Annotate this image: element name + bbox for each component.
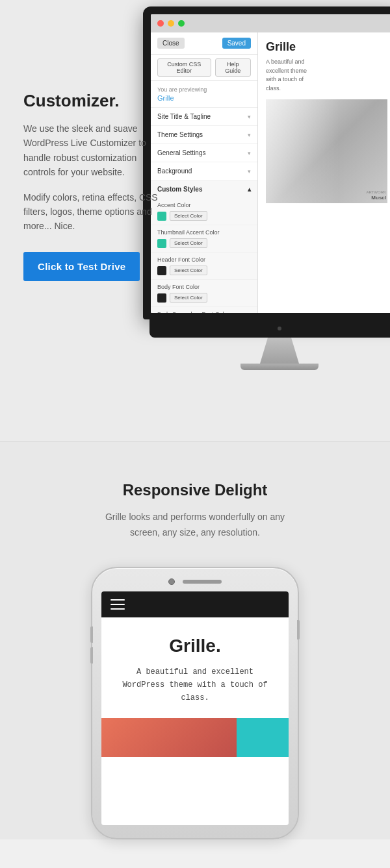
volume-up-button <box>90 626 93 643</box>
select-color-button[interactable]: Select Color <box>170 238 207 248</box>
phone-speaker <box>183 580 222 584</box>
artwork-label: ARTWORK <box>366 190 386 194</box>
theme-name-label: Grille <box>151 94 257 108</box>
arrow-icon: ▾ <box>248 168 251 175</box>
imac-screen-inner: Close Saved Custom CSS Editor Help Guide… <box>151 14 390 313</box>
phone-image-teal <box>237 718 289 757</box>
hamburger-line <box>110 604 125 605</box>
select-color-button[interactable]: Select Color <box>170 293 207 303</box>
muscle-label: Muscl <box>371 195 386 201</box>
responsive-section: Responsive Delight Grille looks and perf… <box>0 441 390 839</box>
color-swatch-row: Select Color <box>157 211 251 221</box>
header-font-color-row: Header Font Color Select Color <box>151 253 257 280</box>
customizer-description-2: Modify colors, retina effects, CSS filte… <box>23 190 166 234</box>
color-label: Body Font Color <box>157 284 251 290</box>
thumbnail-color-row: Thumbnail Accent Color Select Color <box>151 225 257 253</box>
menu-item-site-title[interactable]: Site Title & Tagline ▾ <box>151 108 257 126</box>
arrow-icon: ▾ <box>248 114 251 120</box>
color-swatch <box>157 293 166 303</box>
window-minimize-dot <box>168 20 174 27</box>
color-swatch-row: Select Color <box>157 266 251 275</box>
phone-nav-bar <box>101 591 289 617</box>
phone-camera <box>168 578 175 585</box>
power-button <box>297 620 300 639</box>
panel-saved-button: Saved <box>222 38 251 49</box>
preview-site-desc: A beautiful and excellent theme with a t… <box>266 58 318 93</box>
panel-close-button[interactable]: Close <box>157 38 185 49</box>
customizer-text-block: Customizer. We use the sleek and suave W… <box>23 91 166 281</box>
accent-color-row: Accent Color Select Color <box>151 198 257 225</box>
volume-down-button <box>90 647 93 663</box>
responsive-title: Responsive Delight <box>20 481 370 499</box>
imac-mockup: Close Saved Custom CSS Editor Help Guide… <box>143 6 390 370</box>
body-font-color-row: Body Font Color Select Color <box>151 280 257 307</box>
customizer-description-1: We use the sleek and suave WordPress Liv… <box>23 121 166 180</box>
arrow-icon: ▾ <box>248 150 251 156</box>
select-color-button[interactable]: Select Color <box>170 211 207 221</box>
secondary-font-color-row: Body Secondary Font Color Select Color <box>151 307 257 313</box>
phone-mockup: Grille. A beautiful and excellent WordPr… <box>91 567 299 839</box>
arrow-icon: ▾ <box>248 132 251 138</box>
menu-item-theme-settings[interactable]: Theme Settings ▾ <box>151 126 257 144</box>
customizer-section: Customizer. We use the sleek and suave W… <box>0 0 390 441</box>
color-label: Body Secondary Font Color <box>157 311 251 313</box>
imac-neck <box>260 338 299 364</box>
color-label: Accent Color <box>157 202 251 208</box>
imac-chin <box>150 319 390 338</box>
phone-site-description: A beautiful and excellent WordPress them… <box>114 665 276 705</box>
screen-right-panel: Grille A beautiful and excellent theme w… <box>258 32 390 313</box>
custom-styles-section: Custom Styles ▴ Accent Color Select Colo… <box>151 180 257 313</box>
hamburger-line <box>110 608 125 610</box>
imac-camera <box>278 327 281 330</box>
imac-screen-outer: Close Saved Custom CSS Editor Help Guide… <box>143 6 390 319</box>
imac-stand <box>143 319 390 370</box>
window-close-dot <box>157 20 164 27</box>
imac-base <box>240 364 318 370</box>
css-editor-button[interactable]: Custom CSS Editor <box>157 58 211 77</box>
browser-top-bar <box>151 14 390 32</box>
test-drive-button[interactable]: Click to Test Drive <box>23 252 140 281</box>
section-header: Custom Styles ▴ <box>151 180 257 198</box>
previewing-label: You are previewing <box>151 81 257 94</box>
screen-content: Close Saved Custom CSS Editor Help Guide… <box>151 32 390 313</box>
panel-tools: Custom CSS Editor Help Guide <box>151 55 257 81</box>
phone-top-bar <box>101 578 289 585</box>
window-maximize-dot <box>178 20 185 27</box>
hamburger-line <box>110 599 125 601</box>
color-swatch-row: Select Color <box>157 238 251 248</box>
panel-header: Close Saved <box>151 32 257 55</box>
preview-site-title: Grille <box>266 40 387 54</box>
phone-screen: Grille. A beautiful and excellent WordPr… <box>101 591 289 825</box>
arrow-up-icon: ▴ <box>248 186 251 193</box>
menu-item-general-settings[interactable]: General Settings ▾ <box>151 144 257 162</box>
select-color-button[interactable]: Select Color <box>170 266 207 275</box>
color-label: Header Font Color <box>157 256 251 263</box>
menu-item-background[interactable]: Background ▾ <box>151 162 257 180</box>
preview-image: Muscl ARTWORK <box>266 99 387 203</box>
responsive-description: Grille looks and performs wonderfully on… <box>91 510 299 541</box>
phone-site-title: Grille. <box>114 636 276 656</box>
hamburger-menu-icon[interactable] <box>110 599 125 610</box>
customizer-title: Customizer. <box>23 91 166 111</box>
help-guide-button[interactable]: Help Guide <box>215 58 251 77</box>
phone-image-bar <box>101 718 289 757</box>
color-swatch-row: Select Color <box>157 293 251 303</box>
color-label: Thumbnail Accent Color <box>157 229 251 236</box>
phone-content: Grille. A beautiful and excellent WordPr… <box>101 617 289 770</box>
customizer-panel: Close Saved Custom CSS Editor Help Guide… <box>151 32 258 313</box>
phone-wrapper: Grille. A beautiful and excellent WordPr… <box>20 567 370 839</box>
phone-image-coral <box>101 718 237 757</box>
